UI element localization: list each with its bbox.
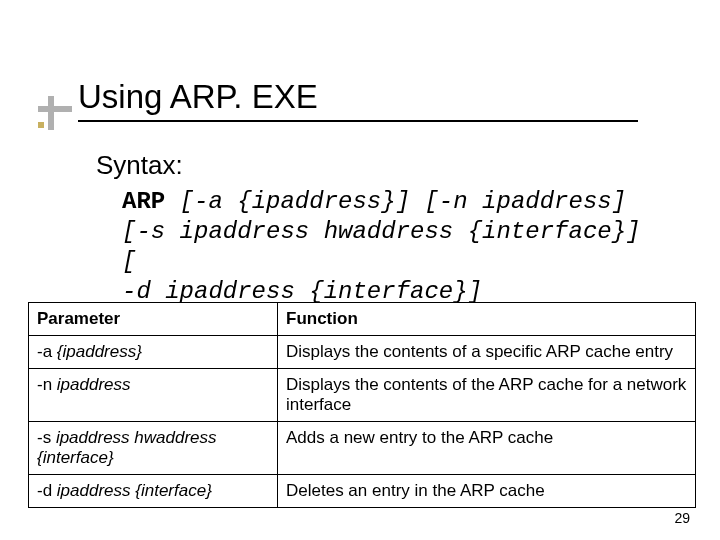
syntax-line-2: [-s ipaddress hwaddress {interface}] [	[122, 218, 684, 275]
table-row: -s ipaddress hwaddress {interface} Adds …	[29, 422, 696, 475]
syntax-command: ARP	[122, 188, 165, 215]
cell-function: Deletes an entry in the ARP cache	[278, 475, 696, 508]
slide-title: Using ARP. EXE	[78, 78, 638, 122]
col-header-parameter: Parameter	[29, 303, 278, 336]
cell-parameter: -a {ipaddress}	[29, 336, 278, 369]
parameter-table: Parameter Function -a {ipaddress} Displa…	[28, 302, 696, 508]
syntax-heading: Syntax:	[96, 150, 680, 181]
cell-parameter: -n ipaddress	[29, 369, 278, 422]
syntax-line-1: [-a {ipaddress}] [-n ipaddress]	[180, 188, 626, 215]
cell-function: Adds a new entry to the ARP cache	[278, 422, 696, 475]
col-header-function: Function	[278, 303, 696, 336]
slide-body: Syntax: ARP [-a {ipaddress}] [-n ipaddre…	[96, 150, 680, 307]
cell-parameter: -s ipaddress hwaddress {interface}	[29, 422, 278, 475]
cell-function: Displays the contents of a specific ARP …	[278, 336, 696, 369]
syntax-line-3: -d ipaddress {interface}]	[122, 278, 482, 305]
table-header-row: Parameter Function	[29, 303, 696, 336]
syntax-block: ARP [-a {ipaddress}] [-n ipaddress] [-s …	[122, 187, 680, 307]
page-number: 29	[674, 510, 690, 526]
table-row: -a {ipaddress} Displays the contents of …	[29, 336, 696, 369]
cell-function: Displays the contents of the ARP cache f…	[278, 369, 696, 422]
table-row: -d ipaddress {interface} Deletes an entr…	[29, 475, 696, 508]
title-block: Using ARP. EXE	[78, 78, 638, 122]
table-row: -n ipaddress Displays the contents of th…	[29, 369, 696, 422]
slide: Using ARP. EXE Syntax: ARP [-a {ipaddres…	[0, 0, 720, 540]
cell-parameter: -d ipaddress {interface}	[29, 475, 278, 508]
